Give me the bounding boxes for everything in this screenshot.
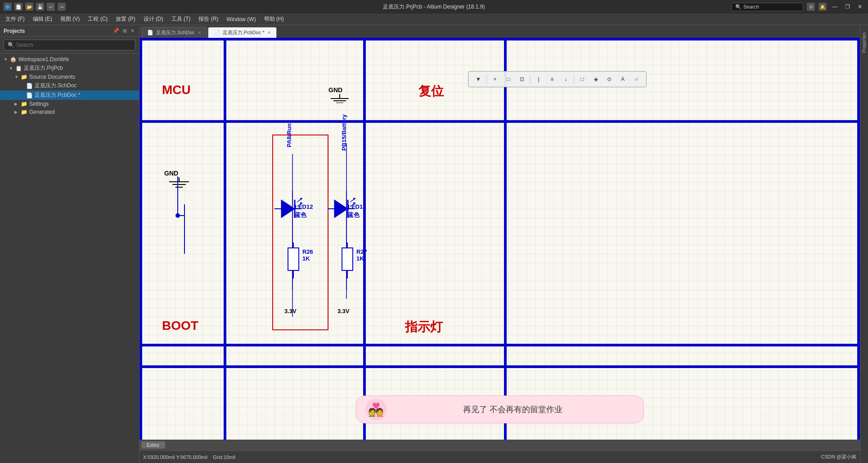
search-icon: 🔍	[735, 4, 742, 10]
project-icon: 📋	[15, 65, 22, 72]
tb-sel-btn[interactable]: ⊡	[516, 73, 528, 85]
sidebar-header-icons: 📌 ⊞ ✕	[112, 27, 135, 35]
bottom-left: X:5920.000mil Y:9670.000mil Grid:10mil	[143, 454, 235, 460]
title-search-label: Search	[743, 4, 759, 9]
grid-h-1	[139, 120, 860, 123]
tree-arrow: ▶	[14, 102, 19, 106]
r27-value: 1K	[356, 255, 364, 262]
title-bar: 🔷 📄 📂 💾 ↩ ↪ 足底压力.PrjPcb - Altium Designe…	[0, 0, 868, 13]
tab-schdoc[interactable]: 📄 足底压力.SchDoc ✕	[141, 27, 207, 38]
led12-label: LED12	[295, 203, 313, 210]
title-bar-left: 🔷 📄 📂 💾 ↩ ↪	[4, 3, 66, 11]
tab-pcbdoc[interactable]: 📄 足底压力.PcbDoc * ✕	[208, 27, 277, 38]
main-layout: Projects 📌 ⊞ ✕ 🔍 ▼ 🏠 Workspace1.DsnWrk	[0, 25, 868, 463]
tb-sep-2	[530, 75, 531, 84]
tree-item-generated[interactable]: ▶ 📁 Generated	[0, 108, 139, 116]
tree-item-schdoc[interactable]: 📄 足底压力.SchDoc	[0, 81, 139, 90]
right-panel: Properties	[860, 25, 868, 463]
component-box-led12	[272, 135, 328, 330]
settings-label: Settings	[29, 101, 135, 107]
r27-symbol	[340, 243, 355, 279]
minimize-button[interactable]: —	[830, 2, 839, 11]
tree-item-project[interactable]: ▼ 📋 足底压力.PrjPcb	[0, 63, 139, 73]
pb15-battery-label: PB15/Battery	[341, 114, 347, 151]
generated-folder-icon: 📁	[21, 109, 27, 115]
wires-svg	[139, 38, 860, 440]
sidebar-icon-2[interactable]: ⊞	[122, 27, 128, 35]
tb-box-btn[interactable]: □	[576, 73, 589, 85]
section-fuwei: 复位	[418, 83, 444, 100]
redo-btn[interactable]: ↪	[58, 3, 66, 11]
undo-btn[interactable]: ↩	[47, 3, 55, 11]
editor-tab[interactable]: Editor	[141, 441, 165, 449]
led13-color-label: 蓝色	[348, 211, 360, 219]
properties-tab[interactable]: Properties	[861, 29, 868, 57]
menu-project[interactable]: 工程 (C)	[84, 14, 111, 24]
tree-item-source-docs[interactable]: ▼ 📁 Source Documents	[0, 73, 139, 81]
tree-item-workspace[interactable]: ▼ 🏠 Workspace1.DsnWrk	[0, 55, 139, 63]
tree-item-pcbdoc[interactable]: 📄 足底压力.PcbDoc *	[0, 90, 139, 100]
menu-help[interactable]: 帮助 (H)	[261, 14, 288, 24]
sidebar: Projects 📌 ⊞ ✕ 🔍 ▼ 🏠 Workspace1.DsnWrk	[0, 25, 139, 463]
tab-bar: 📄 足底压力.SchDoc ✕ 📄 足底压力.PcbDoc * ✕	[139, 25, 860, 38]
grid-info: Grid:10mil	[213, 454, 235, 460]
project-label: 足底压力.PrjPcb	[24, 64, 135, 72]
search-input[interactable]	[16, 42, 131, 48]
menu-place[interactable]: 放置 (P)	[112, 14, 139, 24]
notifications-icon[interactable]: 🔔	[819, 3, 827, 11]
tb-ellipse-btn[interactable]: ○	[630, 73, 643, 85]
tb-rect-btn[interactable]: □	[502, 73, 515, 85]
title-right: 🔍 Search ⚙ 🔔 — ❐ ✕	[731, 2, 864, 11]
grid-h-2	[139, 344, 860, 346]
tb-sep-3	[574, 75, 574, 84]
source-docs-label: Source Documents	[29, 74, 135, 80]
menu-tools[interactable]: 工具 (T)	[168, 14, 194, 24]
menu-file[interactable]: 文件 (F)	[2, 14, 28, 24]
title-search-box[interactable]: 🔍 Search	[731, 3, 803, 11]
tb-text-btn[interactable]: A	[616, 73, 629, 85]
sidebar-header: Projects 📌 ⊞ ✕	[0, 25, 139, 37]
tb-down-btn[interactable]: ↓	[559, 73, 572, 85]
settings-icon[interactable]: ⚙	[807, 3, 815, 11]
new-btn[interactable]: 📄	[14, 3, 22, 11]
save-btn[interactable]: 💾	[36, 3, 44, 11]
svg-marker-17	[281, 200, 295, 218]
tb-circle-btn[interactable]: ⊙	[603, 73, 616, 85]
schematic-canvas[interactable]: ▼ + □ ⊡ | ≡ ↓ □ ◈ ⊙ A ○	[139, 38, 860, 440]
menu-report[interactable]: 报告 (R)	[195, 14, 222, 24]
content-area: 📄 足底压力.SchDoc ✕ 📄 足底压力.PcbDoc * ✕ ▼ + □ …	[139, 25, 860, 463]
menu-view[interactable]: 视图 (V)	[57, 14, 83, 24]
gnd-top-symbol	[326, 92, 353, 103]
tab-pcbdoc-close[interactable]: ✕	[267, 30, 271, 35]
sidebar-title: Projects	[4, 28, 25, 34]
tab-pcbdoc-icon: 📄	[214, 30, 220, 36]
tab-schdoc-icon: 📄	[147, 30, 153, 36]
tb-filter-btn[interactable]: ▼	[472, 73, 485, 85]
gnd-left-label: GND	[164, 170, 178, 177]
restore-button[interactable]: ❐	[843, 2, 852, 11]
tb-line-btn[interactable]: |	[532, 73, 545, 85]
notification-avatar: 💑	[365, 399, 387, 420]
svg-rect-34	[288, 248, 299, 270]
search-input-container[interactable]: 🔍	[4, 40, 135, 50]
schdoc-label: 足底压力.SchDoc	[35, 82, 135, 90]
user-info: CSDN @梁小斌	[821, 454, 856, 460]
generated-label: Generated	[29, 109, 135, 115]
tree-item-settings[interactable]: ▶ 📁 Settings	[0, 100, 139, 108]
menu-design[interactable]: 设计 (D)	[140, 14, 167, 24]
section-boot: BOOT	[162, 319, 198, 333]
sidebar-icon-1[interactable]: 📌	[112, 27, 120, 35]
tab-schdoc-close[interactable]: ✕	[198, 30, 201, 35]
settings-folder-icon: 📁	[21, 101, 27, 107]
open-btn[interactable]: 📂	[25, 3, 33, 11]
close-button[interactable]: ✕	[855, 2, 864, 11]
sidebar-close[interactable]: ✕	[130, 27, 135, 35]
menu-edit[interactable]: 编辑 (E)	[29, 14, 56, 24]
tb-add-btn[interactable]: +	[489, 73, 501, 85]
tree-arrow: ▼	[9, 66, 13, 71]
tb-diam-btn[interactable]: ◈	[589, 73, 602, 85]
led12-color-label: 蓝色	[295, 211, 306, 219]
search-icon: 🔍	[8, 42, 14, 48]
menu-window[interactable]: Window (W)	[223, 15, 259, 23]
tb-eq-btn[interactable]: ≡	[546, 73, 558, 85]
